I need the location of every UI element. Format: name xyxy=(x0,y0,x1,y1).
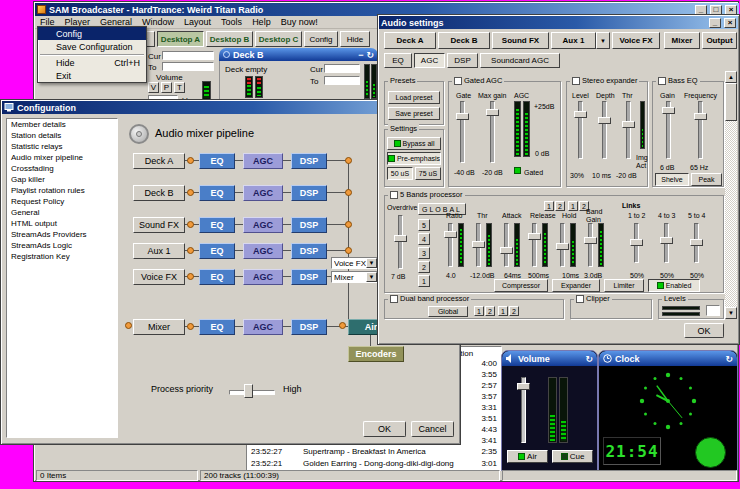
subtab-eq[interactable]: EQ xyxy=(384,53,412,68)
dsp-block[interactable]: DSP xyxy=(291,153,327,169)
deck-a-cur-field[interactable] xyxy=(162,51,214,60)
menu-help[interactable]: Help xyxy=(247,16,276,29)
pipeline-source-voice-fx[interactable]: Voice FX xyxy=(133,269,185,285)
eq-block[interactable]: EQ xyxy=(199,217,235,233)
dsp-block[interactable]: DSP xyxy=(291,319,327,335)
subtab-soundcard-agc[interactable]: Soundcard AGC xyxy=(480,53,560,68)
shelve-button[interactable]: Shelve xyxy=(655,173,689,186)
eq-block[interactable]: EQ xyxy=(199,269,235,285)
tab-aux-1[interactable]: Aux 1 xyxy=(551,32,596,49)
bass-frequency-slider-track[interactable] xyxy=(698,101,703,159)
menu-layout[interactable]: Layout xyxy=(179,16,216,29)
tab-voice-fx[interactable]: Voice FX xyxy=(612,32,660,49)
tree-item-html-output[interactable]: HTML output xyxy=(7,218,117,229)
band-gain-slider-track[interactable] xyxy=(588,223,593,267)
connector-node[interactable] xyxy=(339,322,346,329)
clipper-checkbox[interactable] xyxy=(576,295,584,303)
stereo-thr-slider-track[interactable] xyxy=(626,101,631,159)
band-4-button[interactable]: 4 xyxy=(418,233,430,245)
connector-node[interactable] xyxy=(125,322,132,329)
compressor-button[interactable]: Compressor xyxy=(494,279,548,292)
desktop-b-button[interactable]: Desktop B xyxy=(206,31,253,47)
pipeline-source-mixer[interactable]: Mixer xyxy=(133,319,185,335)
gate-slider-thumb[interactable] xyxy=(456,113,469,120)
scrollbar-thumb[interactable] xyxy=(725,83,737,121)
minimize-button[interactable]: _ xyxy=(709,18,721,28)
overdrive-slider-track[interactable] xyxy=(398,215,403,269)
desktop-a-button[interactable]: Desktop A xyxy=(157,31,204,47)
connector-node[interactable] xyxy=(187,273,194,280)
encoders-block[interactable]: Encoders xyxy=(348,346,404,362)
save-preset-button[interactable]: Save preset xyxy=(388,107,440,120)
pair-2-button[interactable]: 2 xyxy=(555,201,565,211)
audio-titlebar[interactable]: Audio settings _ × xyxy=(379,16,738,29)
deck-a-to-field[interactable] xyxy=(162,62,214,71)
audio-ok-button[interactable]: OK xyxy=(684,323,724,338)
menu-item-config[interactable]: Config xyxy=(38,27,146,40)
75us-button[interactable]: 75 uS xyxy=(415,167,441,180)
menu-tools[interactable]: Tools xyxy=(216,16,247,29)
deck-b-to-field[interactable] xyxy=(324,76,360,85)
bus-node[interactable] xyxy=(345,221,352,228)
agc-block[interactable]: AGC xyxy=(243,185,283,201)
agc-block[interactable]: AGC xyxy=(243,217,283,233)
close-button[interactable]: × xyxy=(724,18,736,28)
menu-item-save-configuration[interactable]: Save Configuration xyxy=(38,40,146,53)
scroll-up-icon[interactable]: ▲ xyxy=(725,71,737,83)
voice-fx-target2-combo[interactable]: Mixer ▼ xyxy=(331,271,378,283)
gated-agc-checkbox[interactable] xyxy=(454,77,462,85)
cancel-button[interactable]: Cancel xyxy=(411,421,454,437)
bass-gain-slider-thumb[interactable] xyxy=(662,107,675,114)
subtab-agc[interactable]: AGC xyxy=(414,53,445,68)
level-slider-track[interactable] xyxy=(578,101,583,159)
chevron-down-icon[interactable]: ▼ xyxy=(596,32,610,49)
clock-titlebar[interactable]: Clock ↻ xyxy=(599,351,737,366)
deck-b-titlebar[interactable]: Deck B − ↻ xyxy=(219,48,378,61)
tab-sound-fx[interactable]: Sound FX xyxy=(492,32,549,49)
volume-titlebar[interactable]: Volume ↻ xyxy=(502,351,597,366)
agc-block[interactable]: AGC xyxy=(243,243,283,259)
depth-slider-thumb[interactable] xyxy=(598,117,611,124)
dsp-block[interactable]: DSP xyxy=(291,217,327,233)
vol-v-button[interactable]: V xyxy=(148,82,159,93)
thr-slider-thumb[interactable] xyxy=(472,241,485,248)
air-button[interactable]: Air xyxy=(507,450,548,463)
band-1-button[interactable]: 1 xyxy=(418,275,430,287)
chevron-down-icon[interactable]: ▼ xyxy=(366,258,377,268)
ratio-slider-track[interactable] xyxy=(448,223,453,267)
dual-pair-2-button[interactable]: 2 xyxy=(485,306,495,316)
gate-slider-track[interactable] xyxy=(460,101,465,163)
bus-node[interactable] xyxy=(345,189,352,196)
link-1to2-slider-thumb[interactable] xyxy=(630,239,643,246)
pair-1b-button[interactable]: 1 xyxy=(568,201,578,211)
band-5-button[interactable]: 5 xyxy=(418,219,430,231)
subtab-dsp[interactable]: DSP xyxy=(447,53,478,68)
config-button[interactable]: Config xyxy=(304,31,338,47)
bass-eq-checkbox[interactable] xyxy=(658,77,666,85)
rollup-icon[interactable]: ↻ xyxy=(725,354,733,364)
pipeline-source-deck-a[interactable]: Deck A xyxy=(133,153,185,169)
band-gain-slider-thumb[interactable] xyxy=(584,237,597,244)
connector-node[interactable] xyxy=(187,221,194,228)
level-slider-thumb[interactable] xyxy=(574,111,587,118)
ratio-slider-thumb[interactable] xyxy=(444,231,457,238)
dual-global-button[interactable]: Global xyxy=(428,306,468,317)
priority-slider-thumb[interactable] xyxy=(244,384,253,398)
menu-buy-now[interactable]: Buy now! xyxy=(276,16,323,29)
dual-pair-1b-button[interactable]: 1 xyxy=(498,306,508,316)
tree-item-general[interactable]: General xyxy=(7,207,117,218)
load-preset-button[interactable]: Load preset xyxy=(388,91,440,104)
eq-block[interactable]: EQ xyxy=(199,319,235,335)
five-bands-checkbox[interactable] xyxy=(390,191,398,199)
rollup-icon[interactable]: ↻ xyxy=(366,50,374,60)
limiter-button[interactable]: Limiter xyxy=(604,279,644,292)
close-button[interactable]: × xyxy=(725,5,737,15)
tree-item-streamads-providers[interactable]: StreamAds Providers xyxy=(7,229,117,240)
chevron-down-icon[interactable]: ▼ xyxy=(366,272,377,282)
tree-item-audio-mixer-pipeline[interactable]: Audio mixer pipeline xyxy=(7,152,117,163)
tree-item-crossfading[interactable]: Crossfading xyxy=(7,163,117,174)
dsp-block[interactable]: DSP xyxy=(291,185,327,201)
hold-slider-thumb[interactable] xyxy=(556,243,569,250)
desktop-c-button[interactable]: Desktop C xyxy=(255,31,302,47)
tab-output[interactable]: Output xyxy=(702,32,737,49)
